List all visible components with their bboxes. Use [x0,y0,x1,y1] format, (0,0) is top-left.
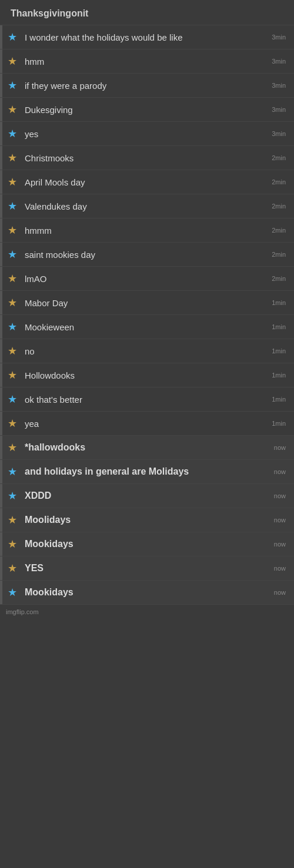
blue-star-icon: ★ [6,393,19,406]
left-bar [0,339,2,363]
message-text: Valendukes day [25,201,268,211]
left-bar [0,412,2,435]
gold-star-icon: ★ [6,272,19,285]
list-item[interactable]: ★hmm3min [0,49,294,73]
list-item[interactable]: ★no1min [0,339,294,363]
message-text: Hollowdooks [25,370,268,380]
left-bar [0,315,2,339]
message-text: yea [25,419,268,429]
page-title: Thanksgivingonit [0,0,294,25]
message-text: hmmm [25,226,268,236]
list-item[interactable]: ★Christmooks2min [0,145,294,170]
blue-star-icon: ★ [6,489,19,502]
left-bar [0,146,2,170]
list-item[interactable]: ★I wonder what the holidays would be lik… [0,25,294,49]
message-text: Mookidays [25,587,270,598]
gold-star-icon: ★ [6,103,19,116]
timestamp: 1min [272,396,286,403]
list-item[interactable]: ★*hallowdooksnow [0,435,294,459]
message-text: Mabor Day [25,298,268,308]
left-bar [0,122,2,145]
list-item[interactable]: ★Valendukes day2min [0,194,294,218]
message-text: saint mookies day [25,250,268,260]
timestamp: 1min [272,347,286,355]
timestamp: 1min [272,299,286,306]
timestamp: 3min [272,82,286,89]
message-text: no [25,346,268,356]
timestamp: 2min [272,203,286,210]
list-item[interactable]: ★saint mookies day2min [0,242,294,266]
message-text: XDDD [25,491,270,501]
list-item[interactable]: ★ok that's better1min [0,387,294,411]
message-text: April Mools day [25,177,268,187]
left-bar [0,98,2,121]
gold-star-icon: ★ [6,175,19,188]
left-bar [0,436,2,459]
blue-star-icon: ★ [6,79,19,92]
timestamp: now [274,516,286,524]
list-item[interactable]: ★lmAO2min [0,266,294,290]
message-text: I wonder what the holidays would be like [25,32,268,42]
timestamp: 2min [272,154,286,161]
list-item[interactable]: ★Hollowdooks1min [0,363,294,387]
timestamp: 3min [272,130,286,137]
gold-star-icon: ★ [6,151,19,164]
list-item[interactable]: ★Dukesgiving3min [0,97,294,121]
list-item[interactable]: ★Mookidaysnow [0,580,294,604]
footer-label: imgflip.com [0,604,294,619]
timestamp: now [274,492,286,499]
message-text: Christmooks [25,153,268,163]
left-bar [0,194,2,218]
left-bar [0,460,2,483]
message-text: Moolidays [25,515,270,525]
list-item[interactable]: ★Mookidaysnow [0,532,294,556]
left-bar [0,484,2,508]
message-text: and holidays in general are Molidays [25,466,270,477]
list-item[interactable]: ★yea1min [0,411,294,435]
left-bar [0,556,2,580]
gold-star-icon: ★ [6,417,19,430]
chat-list: ★I wonder what the holidays would be lik… [0,25,294,604]
timestamp: now [274,468,286,475]
timestamp: now [274,565,286,572]
left-bar [0,387,2,411]
left-bar [0,363,2,387]
left-bar [0,74,2,97]
message-text: YES [25,563,270,574]
left-bar [0,267,2,290]
left-bar [0,581,2,604]
message-text: yes [25,129,268,139]
gold-star-icon: ★ [6,441,19,454]
left-bar [0,25,2,49]
message-text: hmm [25,57,268,67]
list-item[interactable]: ★if they were a parody3min [0,73,294,97]
message-text: lmAO [25,274,268,284]
left-bar [0,508,2,532]
list-item[interactable]: ★XDDDnow [0,483,294,508]
blue-star-icon: ★ [6,320,19,333]
list-item[interactable]: ★and holidays in general are Molidaysnow [0,459,294,483]
list-item[interactable]: ★Moolidaysnow [0,508,294,532]
blue-star-icon: ★ [6,200,19,213]
gold-star-icon: ★ [6,562,19,575]
message-text: *hallowdooks [25,442,270,453]
left-bar [0,49,2,73]
message-text: Dukesgiving [25,105,268,115]
message-text: ok that's better [25,395,268,405]
blue-star-icon: ★ [6,248,19,261]
list-item[interactable]: ★hmmm2min [0,218,294,242]
timestamp: 1min [272,372,286,379]
timestamp: 3min [272,58,286,65]
gold-star-icon: ★ [6,344,19,357]
left-bar [0,218,2,242]
list-item[interactable]: ★April Mools day2min [0,170,294,194]
gold-star-icon: ★ [6,296,19,309]
blue-star-icon: ★ [6,465,19,478]
timestamp: 3min [272,106,286,113]
left-bar [0,532,2,556]
timestamp: now [274,541,286,548]
list-item[interactable]: ★Mookieween1min [0,314,294,339]
list-item[interactable]: ★Mabor Day1min [0,290,294,314]
list-item[interactable]: ★yes3min [0,121,294,145]
list-item[interactable]: ★YESnow [0,556,294,580]
